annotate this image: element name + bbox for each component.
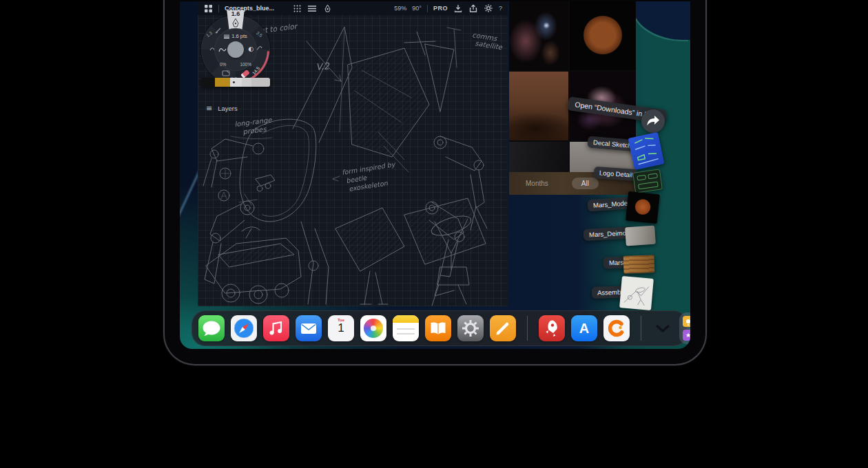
app-menu-icon[interactable] bbox=[203, 3, 213, 13]
palette-swatch-gray3[interactable] bbox=[251, 78, 270, 87]
concepts-toolbar: Concepts_blue... 59% 90° PRO bbox=[198, 1, 508, 15]
drag-thumb-decal-sticker[interactable] bbox=[628, 132, 665, 170]
photo-thumb-mars-planet[interactable] bbox=[570, 1, 636, 70]
pen-tool-icon[interactable] bbox=[322, 3, 332, 13]
share-forward-button[interactable] bbox=[641, 109, 665, 133]
import-icon[interactable] bbox=[453, 3, 463, 13]
layers-panel-header[interactable]: ≡ Layers bbox=[206, 105, 238, 112]
appstore-a-glyph: A bbox=[579, 321, 589, 337]
photo-thumb-mars-landscape[interactable] bbox=[509, 72, 568, 140]
tool-wheel-center[interactable]: 1.6 pts ◐ 0% 100% bbox=[214, 28, 257, 71]
photos-flower-icon bbox=[364, 319, 383, 338]
layers-label: Layers bbox=[218, 105, 238, 112]
segment-all-selected[interactable]: All bbox=[572, 178, 599, 189]
dock-app-notes[interactable] bbox=[393, 315, 419, 341]
photo-thumb-spacecraft[interactable] bbox=[509, 142, 568, 172]
drag-thumb-mars-model[interactable] bbox=[626, 191, 660, 224]
ring-card-icon[interactable] bbox=[222, 70, 230, 76]
drag-thumb-mars[interactable] bbox=[623, 255, 655, 274]
annotation-version: V.2 bbox=[316, 61, 331, 72]
color-puck[interactable] bbox=[227, 41, 244, 58]
rocket-icon bbox=[539, 315, 565, 341]
mini-lightbulb-icon bbox=[683, 316, 690, 327]
wallpaper-streak bbox=[180, 161, 198, 227]
drag-thumb-assembly[interactable] bbox=[619, 276, 654, 310]
contrast-icon[interactable]: ◐ bbox=[248, 45, 254, 52]
dock-app-music[interactable] bbox=[263, 315, 289, 341]
dock-app-messages[interactable] bbox=[198, 315, 225, 341]
dock-divider bbox=[641, 316, 641, 341]
palette-swatch-gray1[interactable] bbox=[230, 78, 242, 87]
help-button[interactable]: ? bbox=[499, 5, 502, 12]
dock-divider bbox=[527, 316, 528, 341]
opacity-min-label: 0% bbox=[220, 62, 226, 67]
ipad-frame: concept to color comms satellite V.2 lon… bbox=[163, 0, 707, 365]
photo-thumb-nebula[interactable] bbox=[509, 1, 568, 70]
toolbar-divider bbox=[218, 5, 219, 12]
active-tool-size: 1.6 bbox=[231, 10, 240, 18]
dock-app-mail[interactable] bbox=[296, 315, 322, 341]
dock-app-safari[interactable] bbox=[231, 315, 257, 341]
zoom-level[interactable]: 59% bbox=[394, 5, 406, 12]
calendar-date-number: 1 bbox=[328, 322, 354, 334]
tool-wheel[interactable]: 1.6 1.3 3.5 6.8 14.5 1.6 pts bbox=[201, 15, 270, 84]
annotation-range-line2: probes bbox=[242, 125, 267, 136]
settings-gear-icon bbox=[457, 315, 484, 341]
opacity-max-label: 100% bbox=[240, 62, 251, 67]
concepts-app-panel: concept to color comms satellite V.2 lon… bbox=[198, 1, 508, 306]
palette-selected-dot bbox=[233, 81, 235, 83]
forward-arrow-icon bbox=[646, 115, 660, 127]
palette-swatch-black[interactable] bbox=[201, 78, 215, 87]
dock-app-photos[interactable] bbox=[360, 315, 386, 341]
smoothing-icon[interactable] bbox=[218, 46, 227, 53]
dock-collapse-button[interactable] bbox=[652, 315, 673, 341]
dock-app-appstore[interactable]: A bbox=[571, 315, 597, 341]
dock-app-drawing[interactable] bbox=[490, 315, 516, 341]
ipad-screen: concept to color comms satellite V.2 lon… bbox=[180, 1, 690, 349]
segment-months[interactable]: Months bbox=[526, 180, 548, 187]
stage: concept to color comms satellite V.2 lon… bbox=[0, 0, 868, 468]
mail-envelope-icon bbox=[296, 315, 322, 341]
mini-star-icon: ★ bbox=[683, 330, 690, 341]
chevron-down-icon bbox=[655, 324, 670, 332]
dock-app-books[interactable] bbox=[425, 315, 451, 341]
grid-settings-icon[interactable] bbox=[292, 3, 302, 13]
layers-menu-icon[interactable]: ≡ bbox=[206, 105, 212, 112]
pro-badge[interactable]: PRO bbox=[433, 5, 448, 12]
notes-yellow-band bbox=[393, 315, 419, 323]
color-palette-strip[interactable] bbox=[201, 78, 270, 87]
dock-app-rocket[interactable] bbox=[539, 315, 565, 341]
palette-swatch-gold[interactable] bbox=[215, 78, 230, 87]
stroke-weight-icon bbox=[224, 34, 229, 39]
drag-thumb-logo-sticker[interactable] bbox=[632, 169, 663, 193]
annotation-comms-line2: satellite bbox=[475, 39, 504, 51]
drag-thumb-mars-deimos[interactable] bbox=[625, 226, 656, 246]
export-share-icon[interactable] bbox=[468, 3, 478, 13]
annotation-form-line1: form inspired by bbox=[342, 160, 397, 176]
layers-stack-icon[interactable] bbox=[307, 3, 317, 13]
music-note-icon bbox=[263, 315, 289, 341]
settings-gear-icon[interactable] bbox=[484, 3, 493, 13]
dock-app-concepts[interactable] bbox=[603, 315, 630, 341]
messages-bubble-icon bbox=[198, 315, 225, 341]
dock-app-calendar[interactable]: Tue 1 bbox=[328, 315, 354, 341]
canvas-rotation[interactable]: 90° bbox=[412, 5, 422, 12]
wallpaper-horizon bbox=[632, 1, 690, 40]
concepts-c-icon bbox=[603, 315, 630, 341]
safari-compass-icon bbox=[231, 315, 257, 341]
toolbar-divider bbox=[427, 5, 428, 12]
active-size-pts: 1.6 pts bbox=[231, 33, 247, 39]
app-library-tile[interactable]: ★ bbox=[679, 312, 690, 344]
dock: Tue 1 bbox=[192, 310, 688, 346]
books-open-book-icon bbox=[425, 315, 451, 341]
active-pen-icon bbox=[231, 18, 240, 28]
palette-swatch-gray2[interactable] bbox=[242, 78, 251, 87]
pencil-icon bbox=[490, 315, 516, 341]
dock-app-settings[interactable] bbox=[457, 315, 484, 341]
